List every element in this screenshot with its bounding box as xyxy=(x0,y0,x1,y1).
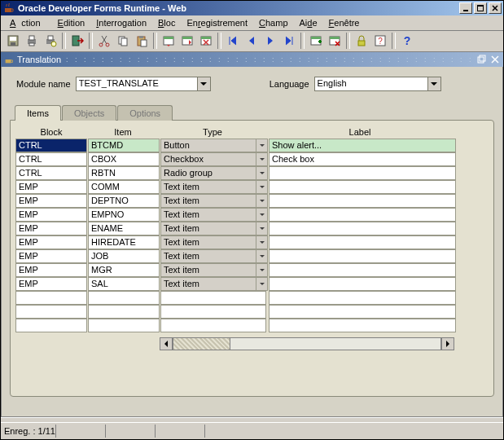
scroll-right-button[interactable] xyxy=(441,337,454,350)
cell-type[interactable]: Text item xyxy=(160,194,268,208)
type-value[interactable]: Text item xyxy=(160,263,256,277)
table-row[interactable]: EMPEMPNOText item xyxy=(15,208,489,222)
table-row[interactable]: EMPMGRText item xyxy=(15,263,489,277)
cell-item[interactable]: EMPNO xyxy=(88,208,160,222)
query-enter-icon[interactable] xyxy=(160,32,177,50)
query-exec-icon[interactable] xyxy=(178,32,196,50)
cell-item[interactable]: MGR xyxy=(88,263,160,277)
print-icon[interactable] xyxy=(23,32,41,50)
table-row[interactable]: CTRLRBTNRadio group xyxy=(15,166,489,180)
remove-icon[interactable] xyxy=(326,32,344,50)
cell-item[interactable]: COMM xyxy=(88,180,160,194)
cell-block[interactable]: EMP xyxy=(15,249,87,263)
table-row[interactable]: EMPJOBText item xyxy=(15,249,489,263)
save-icon[interactable] xyxy=(4,32,22,50)
dropdown-arrow-icon[interactable] xyxy=(256,263,268,277)
table-row[interactable]: CTRLBTCMDButtonShow alert... xyxy=(15,139,489,152)
tab-options[interactable]: Options xyxy=(117,105,173,121)
table-row[interactable]: EMPHIREDATEText item xyxy=(15,235,489,249)
dropdown-arrow-icon[interactable] xyxy=(198,77,211,91)
module-name-combo[interactable]: TEST_TRANSLATE xyxy=(76,77,211,91)
table-row[interactable]: CTRLCBOXCheckboxCheck box xyxy=(15,152,489,166)
last-icon[interactable] xyxy=(280,32,298,50)
first-icon[interactable] xyxy=(224,32,242,50)
cell-label[interactable] xyxy=(269,194,456,208)
language-combo[interactable]: English xyxy=(314,77,441,91)
paste-icon[interactable] xyxy=(133,32,151,50)
cell-type[interactable] xyxy=(160,319,268,332)
dropdown-arrow-icon[interactable] xyxy=(256,194,268,208)
cell-type[interactable]: Button xyxy=(160,139,268,152)
cell-item[interactable]: ENAME xyxy=(88,222,160,235)
type-value[interactable]: Text item xyxy=(160,249,256,263)
cell-label[interactable]: Check box xyxy=(269,152,456,166)
question-icon[interactable]: ? xyxy=(398,32,416,50)
type-value[interactable]: Text item xyxy=(160,208,256,222)
maximize-button[interactable] xyxy=(474,2,487,14)
table-row[interactable] xyxy=(15,319,489,332)
menu-enregistrement[interactable]: Enregistrement xyxy=(181,16,253,29)
cell-block[interactable]: EMP xyxy=(15,180,87,194)
prev-icon[interactable] xyxy=(243,32,261,50)
next-icon[interactable] xyxy=(261,32,279,50)
cell-label[interactable] xyxy=(269,180,456,194)
cell-item[interactable]: CBOX xyxy=(88,152,160,166)
menu-bloc[interactable]: Bloc xyxy=(152,16,181,29)
dropdown-arrow-icon[interactable] xyxy=(256,166,268,180)
module-name-field[interactable]: TEST_TRANSLATE xyxy=(76,77,198,91)
cell-type[interactable]: Text item xyxy=(160,277,268,291)
cell-type[interactable]: Text item xyxy=(160,180,268,194)
tab-objects[interactable]: Objects xyxy=(62,105,116,121)
dropdown-arrow-icon[interactable] xyxy=(256,249,268,263)
type-value[interactable]: Button xyxy=(160,139,256,152)
cell-label[interactable] xyxy=(269,166,456,180)
lock-icon[interactable] xyxy=(353,32,370,50)
cell-item[interactable]: DEPTNO xyxy=(88,194,160,208)
cell-label[interactable] xyxy=(269,305,456,319)
cell-item[interactable]: BTCMD xyxy=(88,139,160,152)
close-button[interactable] xyxy=(489,2,502,14)
scroll-track[interactable] xyxy=(173,337,441,350)
table-row[interactable] xyxy=(15,291,489,305)
cell-block[interactable]: EMP xyxy=(15,208,87,222)
menu-edition[interactable]: Edition xyxy=(52,16,91,29)
dropdown-arrow-icon[interactable] xyxy=(256,222,268,235)
cell-label[interactable] xyxy=(269,277,456,291)
cell-label[interactable] xyxy=(269,263,456,277)
dropdown-arrow-icon[interactable] xyxy=(256,139,268,152)
cell-item[interactable] xyxy=(88,305,160,319)
cell-item[interactable] xyxy=(88,319,160,332)
table-row[interactable] xyxy=(15,305,489,319)
dropdown-arrow-icon[interactable] xyxy=(256,208,268,222)
cell-block[interactable] xyxy=(15,291,87,305)
cut-icon[interactable] xyxy=(95,32,113,50)
type-value[interactable]: Text item xyxy=(160,235,256,249)
table-row[interactable]: EMPDEPTNOText item xyxy=(15,194,489,208)
menu-fenetre[interactable]: Fenêtre xyxy=(323,16,366,29)
cell-type[interactable]: Text item xyxy=(160,249,268,263)
scroll-thumb[interactable] xyxy=(173,338,230,350)
insert-icon[interactable] xyxy=(307,32,325,50)
cell-label[interactable]: Show alert... xyxy=(269,139,456,152)
dropdown-arrow-icon[interactable] xyxy=(256,235,268,249)
cell-block[interactable]: EMP xyxy=(15,222,87,235)
cell-label[interactable] xyxy=(269,235,456,249)
cell-block[interactable]: EMP xyxy=(15,277,87,291)
cell-item[interactable]: JOB xyxy=(88,249,160,263)
scroll-left-button[interactable] xyxy=(160,337,173,350)
cell-label[interactable] xyxy=(269,222,456,235)
type-value[interactable]: Radio group xyxy=(160,166,256,180)
type-value[interactable]: Text item xyxy=(160,194,256,208)
table-row[interactable]: EMPENAMEText item xyxy=(15,222,489,235)
cell-item[interactable]: HIREDATE xyxy=(88,235,160,249)
help-icon[interactable]: ? xyxy=(371,32,389,50)
cell-type[interactable]: Radio group xyxy=(160,166,268,180)
type-value[interactable]: Text item xyxy=(160,277,256,291)
cell-type[interactable]: Text item xyxy=(160,235,268,249)
type-value[interactable]: Checkbox xyxy=(160,152,256,166)
inner-close-button[interactable] xyxy=(489,54,501,65)
cell-label[interactable] xyxy=(269,291,456,305)
cell-block[interactable]: EMP xyxy=(15,235,87,249)
table-row[interactable]: EMPSALText item xyxy=(15,277,489,291)
inner-restore-button[interactable] xyxy=(476,54,488,65)
